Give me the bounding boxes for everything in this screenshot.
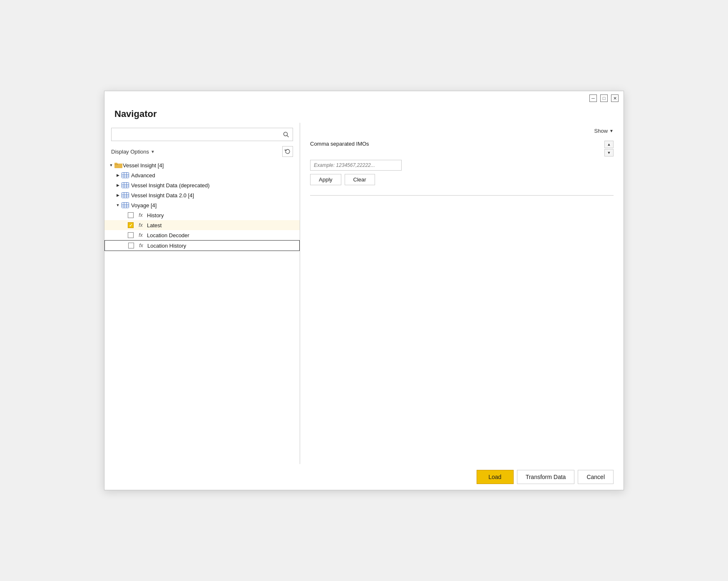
refresh-icon-button[interactable]: [282, 146, 293, 157]
expand-icon[interactable]: ▼: [108, 162, 114, 169]
table-icon: [121, 172, 129, 179]
expand-icon[interactable]: ▼: [114, 202, 121, 209]
imo-header-row: Comma separated IMOs ▲ ▼: [310, 141, 614, 156]
svg-rect-20: [122, 203, 129, 208]
location-history-checkbox[interactable]: [128, 243, 134, 248]
divider: [310, 195, 614, 196]
search-bar: [111, 128, 293, 141]
window-controls: ─ □ ✕: [589, 94, 619, 102]
imo-arrows: ▲ ▼: [604, 141, 614, 156]
right-header: Show ▼: [300, 123, 624, 137]
arrow-down-button[interactable]: ▼: [604, 149, 614, 156]
show-button[interactable]: Show ▼: [594, 128, 614, 134]
imo-label: Comma separated IMOs: [310, 141, 369, 147]
cancel-button[interactable]: Cancel: [578, 470, 614, 484]
folder-icon: [114, 162, 123, 169]
fx-icon: fx: [136, 232, 145, 238]
footer: Load Transform Data Cancel: [104, 464, 624, 490]
search-input[interactable]: [112, 129, 279, 140]
right-panel: Show ▼ Comma separated IMOs ▲ ▼ App: [300, 123, 624, 464]
tree-item-latest[interactable]: ✓ fx Latest: [104, 220, 300, 230]
table-icon: [121, 192, 129, 199]
title-bar: ─ □ ✕: [104, 91, 624, 105]
advanced-label: Advanced: [131, 172, 155, 179]
table-icon: [121, 182, 129, 189]
arrow-up-button[interactable]: ▲: [604, 141, 614, 148]
tree-item-location-decoder[interactable]: fx Location Decoder: [104, 230, 300, 240]
expand-icon[interactable]: ▶: [114, 192, 121, 199]
fx-icon: fx: [136, 212, 145, 218]
svg-rect-10: [122, 183, 129, 188]
checkmark-icon: ✓: [129, 223, 132, 228]
tree-item-voyage[interactable]: ▼ Voyage [4]: [104, 200, 300, 210]
tree-item-vessel-insight[interactable]: ▼ Vessel Insight [4]: [104, 160, 300, 170]
search-icon[interactable]: [279, 128, 293, 141]
history-label: History: [147, 212, 164, 218]
tree-item-vessel-insight-data-deprecated[interactable]: ▶ Vessel Insight Data (deprecated): [104, 180, 300, 190]
expand-icon[interactable]: ▶: [114, 172, 121, 179]
show-chevron-icon: ▼: [609, 129, 614, 133]
close-button[interactable]: ✕: [611, 94, 619, 102]
fx-icon: fx: [136, 222, 145, 228]
fx-icon: fx: [137, 242, 146, 249]
tree-area: ▼ Vessel Insight [4] ▶: [104, 160, 300, 464]
maximize-button[interactable]: □: [600, 94, 608, 102]
main-content: Display Options ▼ ▼: [104, 123, 624, 464]
tree-item-location-history[interactable]: fx Location History: [104, 240, 300, 251]
display-options-label: Display Options: [111, 149, 149, 155]
navigator-window: ─ □ ✕ Navigator Display Op: [104, 91, 624, 490]
vessel-insight-data-deprecated-label: Vessel Insight Data (deprecated): [131, 182, 210, 189]
latest-checkbox[interactable]: ✓: [128, 222, 134, 228]
tree-item-vessel-insight-data-2[interactable]: ▶ Vessel Insight Data 2.0 [4]: [104, 190, 300, 200]
svg-rect-5: [122, 173, 129, 178]
transform-data-button[interactable]: Transform Data: [517, 470, 575, 484]
location-decoder-label: Location Decoder: [147, 232, 189, 238]
imo-buttons: Apply Clear: [310, 174, 614, 185]
load-button[interactable]: Load: [477, 470, 514, 484]
page-title: Navigator: [104, 105, 624, 123]
display-options-button[interactable]: Display Options ▼: [111, 149, 155, 155]
vessel-insight-data-2-label: Vessel Insight Data 2.0 [4]: [131, 192, 194, 199]
svg-rect-15: [122, 193, 129, 198]
show-label: Show: [594, 128, 608, 134]
imo-input[interactable]: [310, 160, 402, 171]
display-options-row: Display Options ▼: [104, 144, 300, 160]
clear-button[interactable]: Clear: [345, 174, 375, 185]
right-content: Comma separated IMOs ▲ ▼ Apply Clear: [300, 137, 624, 464]
chevron-down-icon: ▼: [151, 149, 155, 154]
vessel-insight-label: Vessel Insight [4]: [123, 162, 164, 169]
latest-label: Latest: [147, 222, 162, 228]
apply-button[interactable]: Apply: [310, 174, 341, 185]
expand-icon[interactable]: ▶: [114, 182, 121, 189]
svg-line-1: [287, 136, 289, 137]
location-history-label: Location History: [147, 243, 186, 249]
minimize-button[interactable]: ─: [589, 94, 597, 102]
table-icon: [121, 202, 129, 209]
tree-item-history[interactable]: fx History: [104, 210, 300, 220]
left-panel: Display Options ▼ ▼: [104, 123, 300, 464]
tree-item-advanced[interactable]: ▶ Advanced: [104, 170, 300, 180]
svg-rect-4: [114, 163, 117, 164]
location-decoder-checkbox[interactable]: [128, 232, 134, 238]
voyage-label: Voyage [4]: [131, 202, 157, 209]
imo-section: Comma separated IMOs ▲ ▼ Apply Clear: [310, 141, 614, 196]
history-checkbox[interactable]: [128, 212, 134, 218]
